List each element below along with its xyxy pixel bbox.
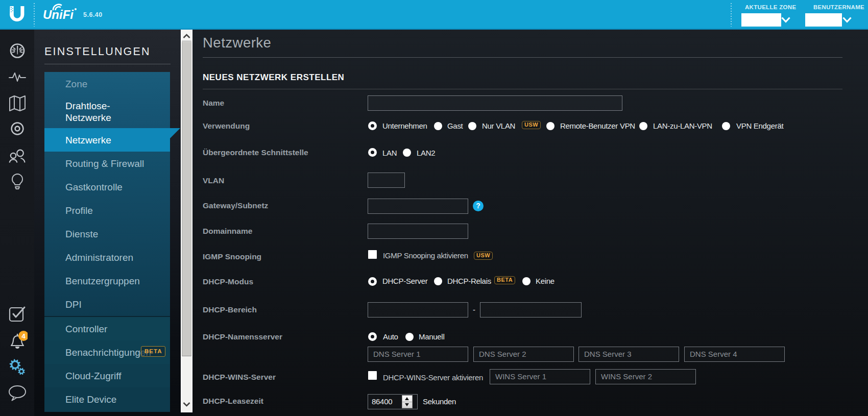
svg-text:4: 4 [21, 332, 26, 340]
